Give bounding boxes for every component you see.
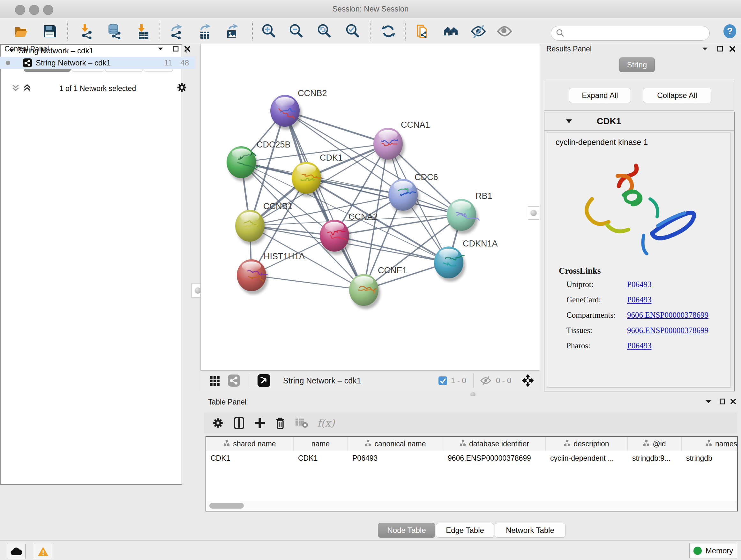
- toolbar-separator: [370, 21, 370, 41]
- node-label: CCNB1: [263, 201, 293, 211]
- move-crosshair-icon[interactable]: [521, 374, 535, 388]
- tab-node-table[interactable]: Node Table: [378, 523, 435, 538]
- crosslink-value-link[interactable]: 9606.ENSP00000378699: [627, 311, 709, 320]
- close-panel-icon[interactable]: [730, 398, 737, 405]
- table-cell[interactable]: CDK1: [293, 451, 348, 465]
- column-header-database-identifier[interactable]: database identifier: [443, 437, 546, 451]
- table-toolbar: f(x): [204, 413, 737, 434]
- float-panel-icon[interactable]: [719, 398, 726, 405]
- table-cell[interactable]: 9606.ENSP00000378699: [443, 451, 546, 465]
- column-header-shared-name[interactable]: shared name: [206, 437, 293, 451]
- column-header-description[interactable]: description: [546, 437, 628, 451]
- zoom-fit-icon[interactable]: [317, 23, 333, 39]
- help-icon[interactable]: ?: [722, 23, 738, 39]
- tree-expand-icon[interactable]: [9, 49, 14, 53]
- tab-edge-table[interactable]: Edge Table: [436, 523, 494, 538]
- birdseye-grid-icon[interactable]: [209, 375, 221, 386]
- crosslink-value-link[interactable]: 9606.ENSP00000378699: [627, 326, 709, 335]
- column-header-canonical-name[interactable]: canonical name: [348, 437, 443, 451]
- column-header--id[interactable]: @id: [628, 437, 682, 451]
- network-node-CCNB1[interactable]: CCNB1: [235, 201, 293, 245]
- expand-all-button[interactable]: Expand All: [569, 88, 631, 103]
- column-header-label: canonical name: [374, 440, 426, 448]
- float-panel-icon[interactable]: [717, 45, 724, 52]
- network-node-CCNA2[interactable]: CCNA2: [320, 212, 378, 255]
- export-image-icon[interactable]: [224, 23, 240, 39]
- network-edge[interactable]: [285, 111, 364, 290]
- import-table-icon[interactable]: [135, 23, 151, 39]
- collapse-all-button[interactable]: Collapse All: [643, 88, 711, 103]
- import-network-from-database-icon[interactable]: [106, 23, 122, 39]
- results-panel: Results Panel String Expand All Collapse…: [540, 44, 741, 393]
- network-node-CDKN1A[interactable]: CDKN1A: [434, 239, 498, 282]
- network-edge[interactable]: [252, 275, 364, 290]
- network-options-gear-icon[interactable]: [176, 82, 188, 93]
- zoom-in-icon[interactable]: [261, 23, 277, 39]
- network-collection-row[interactable]: String Network – cdk1 1: [0, 45, 195, 57]
- scrollbar-thumb[interactable]: [209, 503, 244, 509]
- crosslink-row: GeneCard:P06493: [566, 295, 726, 304]
- selected-nodes-checkbox-icon[interactable]: [439, 376, 447, 385]
- section-collapse-icon[interactable]: [566, 119, 572, 124]
- hide-selected-icon[interactable]: [470, 23, 486, 39]
- tab-network-table[interactable]: Network Table: [495, 523, 565, 538]
- table-cell[interactable]: CDK1: [206, 451, 293, 465]
- collapse-panel-icon[interactable]: [705, 399, 712, 404]
- tab-string[interactable]: String: [619, 57, 655, 72]
- network-share-icon[interactable]: [228, 374, 240, 387]
- show-eye-icon[interactable]: [496, 23, 513, 39]
- add-column-icon[interactable]: [254, 417, 266, 429]
- table-row[interactable]: CDK1CDK1P064939606.ENSP00000378699cyclin…: [206, 451, 737, 465]
- column-header-namespace[interactable]: namespace: [682, 437, 738, 451]
- table-cell[interactable]: stringdb: [682, 451, 738, 465]
- collapse-panel-icon[interactable]: [701, 46, 709, 52]
- save-session-icon[interactable]: [42, 23, 58, 39]
- protein-structure-image: [569, 157, 707, 262]
- import-network-icon[interactable]: [79, 23, 95, 39]
- show-columns-icon[interactable]: [233, 416, 245, 430]
- delete-table-icon-disabled: [295, 417, 308, 429]
- network-node-HIST1H1A[interactable]: HIST1H1A: [237, 252, 305, 294]
- warning-icon: [37, 546, 49, 557]
- node-table[interactable]: shared namenamecanonical namedatabase id…: [205, 436, 738, 511]
- table-panel-title: Table Panel: [208, 398, 246, 407]
- export-network-icon[interactable]: [169, 23, 185, 39]
- open-file-icon[interactable]: [13, 23, 29, 39]
- memory-button[interactable]: Memory: [689, 543, 737, 558]
- crosslink-value-link[interactable]: P06493: [627, 280, 651, 289]
- clone-network-icon[interactable]: [415, 23, 431, 39]
- network-edge[interactable]: [285, 111, 461, 215]
- delete-column-icon[interactable]: [274, 416, 286, 430]
- network-node-CDC25B[interactable]: CDC25B: [226, 140, 291, 181]
- horizontal-scrollbar[interactable]: [207, 501, 737, 510]
- network-graph[interactable]: CCNB2CCNA1CDC25BCDK1CDC6RB1CCNB1CCNA2CDK…: [200, 44, 539, 370]
- network-node-CCNA1[interactable]: CCNA1: [374, 120, 430, 163]
- edge-count: 48: [180, 58, 189, 67]
- warning-status-button[interactable]: [34, 544, 52, 559]
- table-cell[interactable]: P06493: [348, 451, 443, 465]
- panel-splitter-handle[interactable]: [528, 206, 539, 220]
- show-all-networks-icon[interactable]: [443, 23, 459, 39]
- open-in-new-window-icon[interactable]: [258, 374, 270, 387]
- network-node-RB1[interactable]: RB1: [447, 191, 492, 234]
- table-settings-gear-icon[interactable]: [212, 417, 224, 429]
- close-panel-icon[interactable]: [729, 45, 736, 52]
- network-node-CCNE1[interactable]: CCNE1: [349, 266, 407, 309]
- zoom-out-icon[interactable]: [288, 23, 305, 39]
- search-input[interactable]: [565, 29, 700, 38]
- cloud-status-button[interactable]: [7, 544, 25, 559]
- network-node-CCNB2[interactable]: CCNB2: [270, 88, 327, 130]
- gene-section-header[interactable]: CDK1: [544, 112, 734, 131]
- table-cell[interactable]: cyclin-dependent ...: [546, 451, 628, 465]
- table-cell[interactable]: stringdb:9...: [628, 451, 682, 465]
- zoom-selected-icon[interactable]: [345, 23, 361, 39]
- refresh-icon[interactable]: [381, 23, 396, 39]
- column-header-name[interactable]: name: [293, 437, 348, 451]
- toolbar-separator: [252, 21, 253, 41]
- network-edge[interactable]: [334, 236, 449, 262]
- export-table-icon[interactable]: [197, 23, 212, 39]
- crosslink-value-link[interactable]: P06493: [627, 295, 651, 304]
- crosslink-value-link[interactable]: P06493: [627, 341, 651, 350]
- hidden-eye-icon[interactable]: [479, 375, 492, 386]
- network-row-selected[interactable]: String Network – cdk1 11 48: [0, 57, 195, 69]
